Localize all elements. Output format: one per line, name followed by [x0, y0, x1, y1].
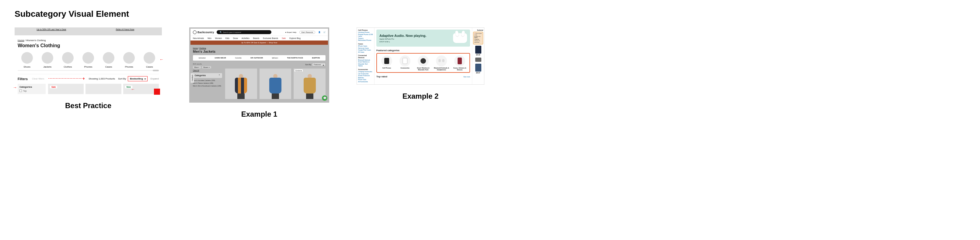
product-grid: Sale New — [48, 84, 159, 94]
sidebar-link[interactable]: All Accessories — [358, 81, 373, 83]
sort-select[interactable]: Bestselling — [128, 76, 148, 81]
screenshot-example-1: Feedback Backcountry 🔍 Search gear & app… — [189, 27, 329, 102]
sidebar-link[interactable]: Tablets — [358, 65, 373, 67]
hero-title: Adaptive Audio. Now playing. — [379, 34, 426, 37]
subcategory-tile[interactable]: Phones — [120, 52, 138, 68]
nav-item-sale[interactable]: Sale — [282, 37, 286, 39]
clear-filters-link[interactable]: Clear filters — [32, 77, 44, 80]
subcategory-tile[interactable]: Shoes — [18, 52, 36, 68]
breadcrumb-parent[interactable]: Clothing — [199, 47, 206, 49]
product-card[interactable]: Exclusive — [294, 69, 326, 99]
sidebar-heading: Cases — [358, 43, 373, 45]
nav-item[interactable]: Women — [215, 37, 222, 39]
rewards-button[interactable]: Earn Rewards — [299, 31, 315, 34]
sort-select[interactable]: Featured — [312, 63, 326, 66]
annotation-arrow-icon: ← — [131, 87, 135, 92]
sidebar-link[interactable]: Prepaid Phones & SIM Cards — [358, 34, 373, 38]
result-count: 818 results — [193, 63, 222, 65]
brand-logo[interactable]: THE NORTH FACE — [287, 57, 303, 59]
promo-banner[interactable]: Up To 60% Off Gear & Apparel — Shop Now — [191, 40, 328, 45]
checkbox-icon[interactable] — [19, 90, 22, 92]
breadcrumb-home[interactable]: Home — [18, 39, 24, 42]
site-header: Backcountry 🔍 Search gear & apparel ● Ex… — [191, 29, 328, 36]
filter-link[interactable]: Men's Fleece Jackets (189) — [193, 82, 222, 85]
logo-text: Backcountry — [197, 31, 214, 34]
brand-logo[interactable]: OR OUTDOOR — [250, 57, 263, 59]
sidebar-link[interactable]: All Cases — [358, 51, 373, 53]
featured-category-tile[interactable]: Smart Watches & Wearable Tech — [415, 56, 432, 71]
nav-item[interactable]: Brands — [253, 37, 259, 39]
nav-item[interactable]: New Arrivals — [193, 37, 204, 39]
filter-sidebar: Categories Top — [18, 84, 46, 94]
subcategory-tile[interactable]: Cases — [100, 52, 118, 68]
earbuds-icon — [438, 59, 444, 63]
subcategory-tile[interactable]: Phones — [79, 52, 97, 68]
filter-chip[interactable]: Brown × — [202, 66, 211, 69]
breadcrumb-home[interactable]: Home — [193, 47, 198, 49]
promo-banner-right-link[interactable]: Refer A Friend Now — [116, 28, 134, 30]
product-card[interactable] — [259, 69, 291, 99]
expert-help-link[interactable]: ● Expert Help — [285, 31, 296, 33]
promo-banner-right[interactable]: Refer A Friend Now — [88, 27, 162, 35]
sidebar-link[interactable]: Refurbished Phones — [358, 40, 373, 42]
subcategory-tile[interactable]: Jackets — [38, 52, 57, 68]
sidebar-link[interactable]: Charging Accessories — [358, 71, 373, 73]
see-more-link[interactable]: See more — [463, 76, 470, 78]
nav-item[interactable]: Snow — [233, 37, 238, 39]
brand-logo[interactable]: HARD WEAR — [215, 57, 226, 59]
scrollbar-thumb[interactable] — [153, 70, 159, 71]
cart-item[interactable] — [473, 58, 483, 62]
featured-category-tile[interactable]: Accessories — [396, 56, 414, 71]
brand-logo[interactable]: icebreaker — [199, 57, 206, 59]
nav-item[interactable]: Kids — [226, 37, 229, 39]
nav-item[interactable]: Exclusive Brands — [263, 37, 278, 39]
subcategory-image — [103, 52, 115, 64]
filter-link[interactable]: Men's Ski & Snowboard Jackets (148) — [193, 85, 222, 87]
nav-item[interactable]: Explore Blog — [290, 37, 301, 39]
caption-best-practice: Best Practice — [65, 101, 111, 110]
cart-sidebar: Subtotal ✓ Part of your order qualifies … — [472, 28, 484, 84]
featured-category-tile[interactable]: Cell Phones — [378, 56, 395, 71]
subcategory-tile[interactable]: Clothes — [59, 52, 77, 68]
brand-logo[interactable]: fjallraven — [272, 57, 278, 59]
subcategory-image — [21, 52, 33, 64]
cart-item[interactable]: $39.97 — [473, 64, 483, 74]
brand-logo[interactable]: BURTON — [312, 57, 320, 59]
brand-logo[interactable]: Columbia — [235, 57, 241, 59]
expand-link[interactable]: Expand — [151, 77, 159, 80]
nav-item[interactable]: Activities — [242, 37, 250, 39]
filter-accordion-title: Categories — [195, 74, 206, 77]
filter-link[interactable]: Men's Insulated Jackets (229) — [193, 79, 222, 82]
account-icon[interactable]: 👤 — [318, 31, 320, 33]
clear-all-link[interactable]: Clear All — [193, 69, 222, 71]
hero-cta[interactable]: Shop now ▸ — [379, 41, 426, 43]
promo-banner-left[interactable]: Up to 50% Off Last Year's Gear — [14, 27, 88, 35]
product-card[interactable] — [225, 69, 257, 99]
cart-item[interactable]: $49.99 — [473, 46, 483, 56]
featured-category-tile[interactable]: Bluetooth Earbuds & Headphones — [433, 56, 450, 71]
chat-button[interactable]: 💬 — [322, 95, 328, 101]
breadcrumb: Home / Women's Clothing — [18, 39, 159, 42]
carousel-scrollbar[interactable] — [18, 70, 159, 71]
filter-accordion-header[interactable]: Categories ⌃ — [193, 73, 222, 78]
subcategory-image — [83, 52, 94, 64]
featured-category-label: Cell Phones — [382, 67, 391, 69]
feedback-tab[interactable]: Feedback — [191, 73, 194, 83]
filter-chip[interactable]: Blue × — [193, 66, 201, 69]
featured-category-tile[interactable]: Cases, Holsters & Sleeves — [451, 56, 468, 71]
promo-banner-left-link[interactable]: Up to 50% Off Last Year's Gear — [37, 28, 66, 30]
sidebar-link[interactable]: Google Pixel Cases — [358, 50, 373, 51]
hero-banner[interactable]: Adaptive Audio. Now playing. Apple AirPo… — [376, 30, 470, 46]
filter-checkbox-row[interactable]: Top — [19, 90, 44, 92]
col-example-1: Feedback Backcountry 🔍 Search gear & app… — [189, 27, 329, 118]
sidebar-link[interactable]: Smart Watches & Wearable Tech — [358, 61, 373, 65]
annotation-arrow-icon — [48, 78, 84, 78]
site-logo[interactable]: Backcountry — [193, 30, 214, 34]
product-card[interactable]: New — [123, 84, 159, 94]
search-input[interactable]: 🔍 Search gear & apparel — [216, 30, 271, 34]
nav-item[interactable]: Men — [207, 37, 212, 39]
product-card[interactable] — [86, 84, 121, 94]
cart-icon[interactable]: 🛒 — [323, 31, 326, 33]
subcategory-tile[interactable]: Cases — [140, 52, 159, 68]
product-card[interactable]: Sale — [48, 84, 84, 94]
